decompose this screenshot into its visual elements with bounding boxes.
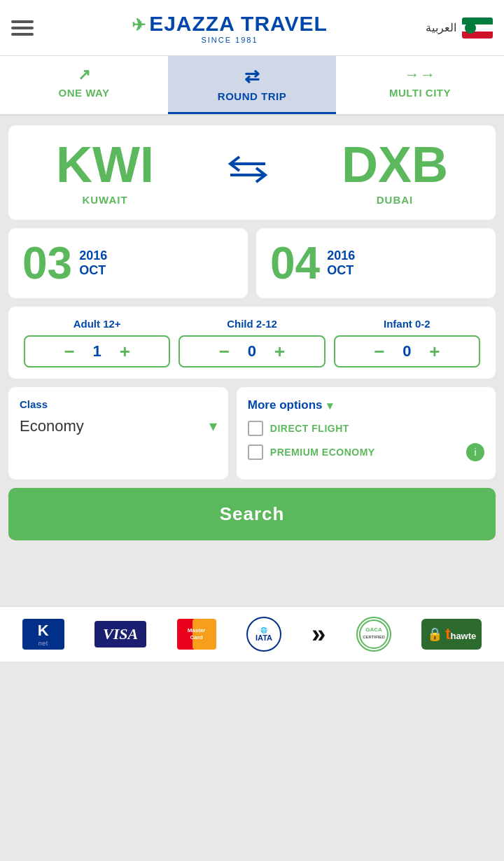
route-card: KWI KUWAIT DXB DUBAI [8, 125, 496, 220]
passenger-row: Adult 12+ − 1 + Child 2-12 − 0 + Infant … [20, 318, 484, 368]
infant-increment-button[interactable]: + [419, 337, 449, 366]
partner-arrows-logo: » [312, 620, 326, 649]
child-count: 0 [239, 342, 265, 360]
direct-flight-label: DIRECT FLIGHT [270, 423, 349, 434]
tab-round-trip-label: ROUND TRIP [218, 90, 286, 102]
return-day: 04 [270, 241, 320, 286]
swap-airports-button[interactable] [227, 155, 269, 190]
direct-flight-checkbox[interactable] [248, 421, 263, 436]
class-value: Economy [20, 417, 84, 435]
infant-decrement-button[interactable]: − [364, 337, 394, 366]
departure-code: KWI [56, 139, 154, 190]
depart-year-month: 2016 OCT [79, 248, 107, 278]
arrival-name: DUBAI [342, 194, 448, 206]
return-date-picker[interactable]: 04 2016 OCT [256, 228, 496, 298]
passengers-card: Adult 12+ − 1 + Child 2-12 − 0 + Infant … [8, 307, 496, 379]
premium-economy-checkbox[interactable] [248, 444, 263, 460]
tab-round-trip[interactable]: ⇄ ROUND TRIP [168, 56, 336, 114]
thawte-logo: 🔒 thawte [421, 619, 482, 650]
child-increment-button[interactable]: + [265, 337, 295, 366]
depart-date-picker[interactable]: 03 2016 OCT [8, 228, 248, 298]
one-way-icon: ↗ [78, 66, 91, 84]
depart-month: OCT [79, 263, 107, 278]
kuwait-flag [462, 18, 493, 38]
more-options-label: More options [248, 398, 323, 412]
multi-city-icon: →→ [405, 66, 436, 84]
visa-logo: VISA [94, 621, 146, 648]
child-passenger: Child 2-12 − 0 + [174, 318, 329, 368]
departure-name: KUWAIT [56, 194, 154, 206]
language-label: العربية [426, 21, 456, 34]
logo-since: SINCE 1981 [201, 36, 258, 44]
return-year: 2016 [327, 248, 355, 263]
language-switcher[interactable]: العربية [426, 18, 493, 38]
app-header: ✈EJAZZA TRAVEL SINCE 1981 العربية [0, 0, 504, 56]
more-options-header[interactable]: More options ▾ [248, 398, 484, 412]
more-options-card: More options ▾ DIRECT FLIGHT PREMIUM ECO… [237, 387, 496, 479]
child-counter: − 0 + [178, 335, 325, 368]
adult-count: 1 [85, 342, 110, 360]
search-button[interactable]: Search [8, 488, 496, 540]
menu-button[interactable] [11, 20, 34, 36]
class-select: Economy ▾ [20, 417, 217, 435]
adult-label: Adult 12+ [20, 318, 174, 330]
main-content: KWI KUWAIT DXB DUBAI 03 2016 OCT 04 [0, 115, 504, 550]
adult-passenger: Adult 12+ − 1 + [20, 318, 174, 368]
depart-day: 03 [22, 241, 72, 286]
return-month: OCT [327, 263, 355, 278]
knet-logo: K net [22, 619, 64, 650]
depart-year: 2016 [79, 248, 107, 263]
direct-flight-option: DIRECT FLIGHT [248, 421, 484, 436]
plane-icon: ✈ [132, 15, 146, 34]
tab-multi-city-label: MULTI CITY [389, 87, 451, 99]
tab-multi-city[interactable]: →→ MULTI CITY [336, 56, 504, 114]
arrival-code: DXB [342, 139, 448, 190]
infant-passenger: Infant 0-2 − 0 + [330, 318, 484, 368]
arrival-airport[interactable]: DXB DUBAI [342, 139, 448, 206]
premium-economy-label: PREMIUM ECONOMY [270, 447, 375, 458]
tab-bar: ↗ ONE WAY ⇄ ROUND TRIP →→ MULTI CITY [0, 56, 504, 115]
swap-icon [227, 155, 269, 183]
logo-brand: ✈EJAZZA TRAVEL [132, 12, 328, 36]
class-card[interactable]: Class Economy ▾ [8, 387, 228, 479]
payment-footer: K net VISA MasterCard 🌐 IATA » GACA CERT… [0, 606, 504, 662]
svg-text:CERTIFIED: CERTIFIED [363, 635, 385, 639]
return-year-month: 2016 OCT [327, 248, 355, 278]
tab-one-way[interactable]: ↗ ONE WAY [0, 56, 168, 114]
premium-economy-info-button[interactable]: i [466, 443, 484, 461]
adult-decrement-button[interactable]: − [54, 337, 84, 366]
adult-counter: − 1 + [24, 335, 170, 368]
more-options-arrow: ▾ [327, 399, 332, 412]
departure-airport[interactable]: KWI KUWAIT [56, 139, 154, 206]
spacer [0, 550, 504, 606]
class-dropdown-arrow: ▾ [209, 417, 217, 435]
class-options-row: Class Economy ▾ More options ▾ DIRECT FL… [8, 387, 496, 479]
gaca-logo: GACA CERTIFIED [356, 617, 391, 652]
premium-economy-option: PREMIUM ECONOMY i [248, 443, 484, 461]
infant-count: 0 [394, 342, 419, 360]
round-trip-icon: ⇄ [244, 66, 260, 88]
infant-counter: − 0 + [334, 335, 480, 368]
mastercard-logo: MasterCard [177, 619, 216, 650]
lock-icon: 🔒 [427, 626, 442, 642]
class-label: Class [20, 398, 217, 410]
infant-label: Infant 0-2 [330, 318, 484, 330]
adult-increment-button[interactable]: + [110, 337, 140, 366]
svg-point-0 [360, 620, 388, 648]
child-label: Child 2-12 [174, 318, 329, 330]
child-decrement-button[interactable]: − [209, 337, 239, 366]
date-row: 03 2016 OCT 04 2016 OCT [8, 228, 496, 298]
iata-logo: 🌐 IATA [246, 617, 281, 652]
tab-one-way-label: ONE WAY [59, 87, 110, 99]
logo: ✈EJAZZA TRAVEL SINCE 1981 [132, 12, 328, 44]
svg-text:GACA: GACA [365, 626, 382, 633]
